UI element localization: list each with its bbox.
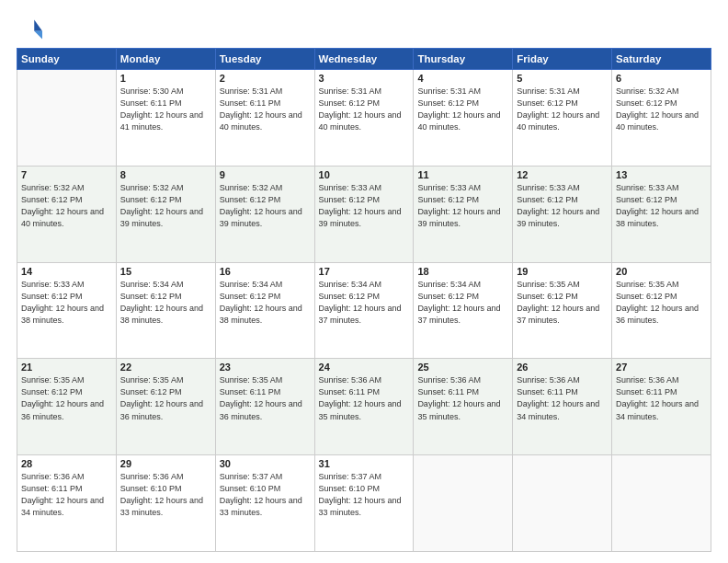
day-info: Sunrise: 5:33 AMSunset: 6:12 PMDaylight:…: [21, 279, 112, 327]
column-header-saturday: Saturday: [612, 49, 711, 70]
calendar-cell: [513, 455, 612, 552]
calendar-cell: 5Sunrise: 5:31 AMSunset: 6:12 PMDaylight…: [513, 70, 612, 167]
day-number: 9: [220, 169, 311, 180]
calendar-cell: 8Sunrise: 5:32 AMSunset: 6:12 PMDaylight…: [116, 166, 215, 262]
day-number: 11: [417, 169, 508, 180]
day-number: 14: [21, 266, 112, 277]
day-number: 2: [220, 73, 311, 84]
calendar-cell: 24Sunrise: 5:36 AMSunset: 6:11 PMDayligh…: [314, 359, 414, 455]
day-info: Sunrise: 5:35 AMSunset: 6:12 PMDaylight:…: [517, 279, 608, 327]
week-row-3: 14Sunrise: 5:33 AMSunset: 6:12 PMDayligh…: [17, 262, 711, 359]
day-number: 7: [21, 169, 112, 180]
day-number: 12: [517, 169, 608, 180]
day-info: Sunrise: 5:34 AMSunset: 6:12 PMDaylight:…: [220, 279, 311, 327]
day-number: 10: [319, 169, 410, 180]
day-number: 6: [616, 73, 707, 84]
day-number: 29: [120, 458, 211, 469]
day-number: 13: [616, 169, 707, 180]
calendar-cell: 10Sunrise: 5:33 AMSunset: 6:12 PMDayligh…: [314, 166, 414, 262]
calendar-cell: 13Sunrise: 5:33 AMSunset: 6:12 PMDayligh…: [612, 166, 711, 262]
day-number: 23: [220, 362, 311, 373]
calendar-cell: 1Sunrise: 5:30 AMSunset: 6:11 PMDaylight…: [116, 70, 215, 167]
header-row: SundayMondayTuesdayWednesdayThursdayFrid…: [17, 49, 711, 70]
calendar-cell: 26Sunrise: 5:36 AMSunset: 6:11 PMDayligh…: [513, 359, 612, 455]
day-number: 3: [319, 73, 410, 84]
day-info: Sunrise: 5:35 AMSunset: 6:11 PMDaylight:…: [220, 374, 311, 422]
page: SundayMondayTuesdayWednesdayThursdayFrid…: [0, 0, 728, 563]
day-number: 28: [21, 458, 112, 469]
day-number: 27: [616, 362, 707, 373]
day-info: Sunrise: 5:31 AMSunset: 6:12 PMDaylight:…: [517, 86, 608, 133]
week-row-1: 1Sunrise: 5:30 AMSunset: 6:11 PMDaylight…: [17, 70, 711, 167]
day-info: Sunrise: 5:36 AMSunset: 6:11 PMDaylight:…: [517, 374, 608, 422]
day-number: 24: [319, 362, 410, 373]
day-info: Sunrise: 5:37 AMSunset: 6:10 PMDaylight:…: [220, 471, 311, 519]
day-info: Sunrise: 5:36 AMSunset: 6:10 PMDaylight:…: [120, 471, 211, 519]
day-info: Sunrise: 5:32 AMSunset: 6:12 PMDaylight:…: [120, 182, 211, 230]
calendar-cell: 9Sunrise: 5:32 AMSunset: 6:12 PMDaylight…: [215, 166, 314, 262]
day-number: 16: [220, 266, 311, 277]
day-number: 1: [120, 73, 211, 84]
day-number: 15: [120, 266, 211, 277]
day-info: Sunrise: 5:31 AMSunset: 6:12 PMDaylight:…: [417, 86, 508, 133]
calendar-cell: 12Sunrise: 5:33 AMSunset: 6:12 PMDayligh…: [513, 166, 612, 262]
day-info: Sunrise: 5:31 AMSunset: 6:12 PMDaylight:…: [319, 86, 410, 133]
day-info: Sunrise: 5:36 AMSunset: 6:11 PMDaylight:…: [21, 471, 112, 519]
svg-marker-1: [34, 31, 42, 40]
calendar-cell: [612, 455, 711, 552]
calendar-cell: 31Sunrise: 5:37 AMSunset: 6:10 PMDayligh…: [314, 455, 414, 552]
day-info: Sunrise: 5:33 AMSunset: 6:12 PMDaylight:…: [616, 182, 707, 230]
day-number: 4: [417, 73, 508, 84]
calendar-cell: 29Sunrise: 5:36 AMSunset: 6:10 PMDayligh…: [116, 455, 215, 552]
calendar-cell: 17Sunrise: 5:34 AMSunset: 6:12 PMDayligh…: [314, 262, 414, 359]
calendar-cell: 22Sunrise: 5:35 AMSunset: 6:12 PMDayligh…: [116, 359, 215, 455]
calendar-cell: 28Sunrise: 5:36 AMSunset: 6:11 PMDayligh…: [17, 455, 117, 552]
day-info: Sunrise: 5:33 AMSunset: 6:12 PMDaylight:…: [417, 182, 508, 230]
day-info: Sunrise: 5:36 AMSunset: 6:11 PMDaylight:…: [319, 374, 410, 422]
svg-marker-0: [34, 20, 42, 31]
calendar-cell: 25Sunrise: 5:36 AMSunset: 6:11 PMDayligh…: [414, 359, 513, 455]
day-info: Sunrise: 5:30 AMSunset: 6:11 PMDaylight:…: [120, 86, 211, 133]
day-info: Sunrise: 5:35 AMSunset: 6:12 PMDaylight:…: [21, 374, 112, 422]
column-header-sunday: Sunday: [17, 49, 117, 70]
day-info: Sunrise: 5:36 AMSunset: 6:11 PMDaylight:…: [616, 374, 707, 422]
calendar-cell: 4Sunrise: 5:31 AMSunset: 6:12 PMDaylight…: [414, 70, 513, 167]
day-number: 31: [319, 458, 410, 469]
logo: [17, 17, 46, 42]
calendar-cell: 14Sunrise: 5:33 AMSunset: 6:12 PMDayligh…: [17, 262, 117, 359]
logo-icon: [17, 17, 42, 42]
day-info: Sunrise: 5:32 AMSunset: 6:12 PMDaylight:…: [616, 86, 707, 133]
day-info: Sunrise: 5:33 AMSunset: 6:12 PMDaylight:…: [517, 182, 608, 230]
day-info: Sunrise: 5:32 AMSunset: 6:12 PMDaylight:…: [21, 182, 112, 230]
calendar-cell: 23Sunrise: 5:35 AMSunset: 6:11 PMDayligh…: [215, 359, 314, 455]
calendar-cell: 15Sunrise: 5:34 AMSunset: 6:12 PMDayligh…: [116, 262, 215, 359]
calendar-cell: 18Sunrise: 5:34 AMSunset: 6:12 PMDayligh…: [414, 262, 513, 359]
day-number: 26: [517, 362, 608, 373]
calendar-cell: 7Sunrise: 5:32 AMSunset: 6:12 PMDaylight…: [17, 166, 117, 262]
day-number: 30: [220, 458, 311, 469]
day-info: Sunrise: 5:34 AMSunset: 6:12 PMDaylight:…: [417, 279, 508, 327]
calendar-cell: 21Sunrise: 5:35 AMSunset: 6:12 PMDayligh…: [17, 359, 117, 455]
calendar-cell: 30Sunrise: 5:37 AMSunset: 6:10 PMDayligh…: [215, 455, 314, 552]
column-header-thursday: Thursday: [414, 49, 513, 70]
calendar-cell: 3Sunrise: 5:31 AMSunset: 6:12 PMDaylight…: [314, 70, 414, 167]
day-info: Sunrise: 5:34 AMSunset: 6:12 PMDaylight:…: [319, 279, 410, 327]
column-header-monday: Monday: [116, 49, 215, 70]
week-row-2: 7Sunrise: 5:32 AMSunset: 6:12 PMDaylight…: [17, 166, 711, 262]
day-info: Sunrise: 5:33 AMSunset: 6:12 PMDaylight:…: [319, 182, 410, 230]
day-number: 22: [120, 362, 211, 373]
day-number: 21: [21, 362, 112, 373]
calendar-cell: 11Sunrise: 5:33 AMSunset: 6:12 PMDayligh…: [414, 166, 513, 262]
day-info: Sunrise: 5:31 AMSunset: 6:11 PMDaylight:…: [220, 86, 311, 133]
day-number: 17: [319, 266, 410, 277]
calendar-table: SundayMondayTuesdayWednesdayThursdayFrid…: [17, 48, 711, 552]
calendar-cell: [17, 70, 117, 167]
calendar-cell: 16Sunrise: 5:34 AMSunset: 6:12 PMDayligh…: [215, 262, 314, 359]
day-info: Sunrise: 5:34 AMSunset: 6:12 PMDaylight:…: [120, 279, 211, 327]
day-info: Sunrise: 5:32 AMSunset: 6:12 PMDaylight:…: [220, 182, 311, 230]
calendar-cell: 20Sunrise: 5:35 AMSunset: 6:12 PMDayligh…: [612, 262, 711, 359]
day-number: 20: [616, 266, 707, 277]
calendar-cell: 27Sunrise: 5:36 AMSunset: 6:11 PMDayligh…: [612, 359, 711, 455]
calendar-cell: 19Sunrise: 5:35 AMSunset: 6:12 PMDayligh…: [513, 262, 612, 359]
day-info: Sunrise: 5:37 AMSunset: 6:10 PMDaylight:…: [319, 471, 410, 519]
